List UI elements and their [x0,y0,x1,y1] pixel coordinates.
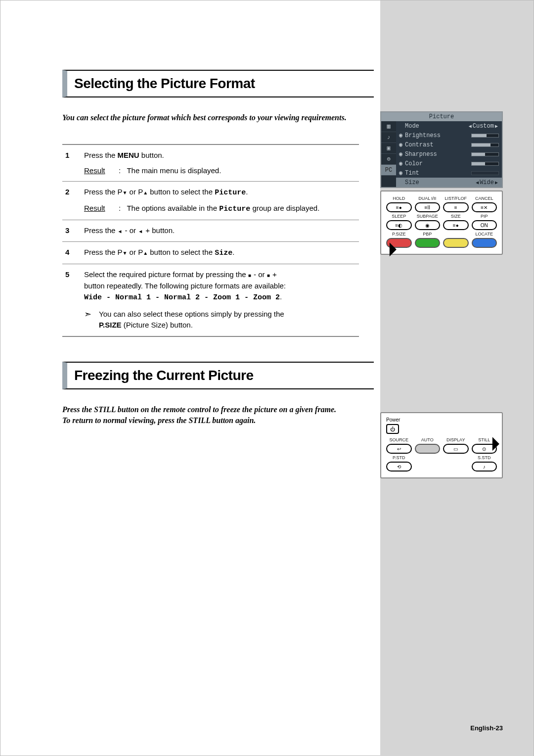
locate-button [472,238,497,248]
section2-intro: Press the STILL button on the remote con… [62,404,349,426]
power-label: Power [386,417,497,423]
osd-tab-icon: ♪ [381,132,396,143]
osd-tab-icon: ▣ [381,143,396,154]
osd-tab-icon: PC [381,165,396,176]
yellow-button [443,238,469,248]
step-number: 1 [62,150,84,176]
step-number: 4 [62,247,84,259]
step-number: 5 [62,269,84,331]
osd-row-contrast: ◉Contrast [396,140,502,149]
step-body: Press the MENU button. Result: The main … [84,150,359,176]
step-number: 2 [62,187,84,215]
plus-icon [267,270,270,279]
down-icon [123,248,128,256]
remote-button: ≡✕ [472,202,497,212]
pbp-button [415,238,441,248]
remote-button: ≡II [415,202,441,212]
down-icon [123,188,128,196]
section-title-1: Selecting the Picture Format [62,70,374,97]
osd-row-mode: Mode ◀Custom▶ [396,121,502,131]
vol-minus-icon [118,226,123,235]
osd-title: Picture [381,112,502,121]
step-number: 3 [62,225,84,236]
step-body: Press the P or P button to select the Si… [84,247,359,259]
display-button: ▭ [443,444,469,454]
step-4: 4 Press the P or P button to select the … [62,242,359,265]
remote-button: ≡◐ [386,220,412,230]
remote-button: ≡ [443,202,469,212]
section1-steps: 1 Press the MENU button. Result: The mai… [62,144,359,337]
section1-intro: You can select the picture format which … [62,112,349,123]
osd-row-tint: ◉Tint [396,168,502,178]
source-button: ↩ [386,444,412,454]
title-text: Selecting the Picture Format [74,76,367,92]
note: ➣ You can also select these options simp… [84,309,359,331]
auto-button [415,444,441,454]
osd-menu: Picture ▦ ♪ ▣ ⚙ PC Mode ◀Custom▶ ◉Bright… [380,111,503,188]
remote-section-2: Power ⏻ SOURCE AUTO DISPLAY STILL ↩ ▭ ⊙ … [380,412,503,478]
sstd-button: ♪ [472,462,497,472]
result-label: Result [84,203,119,214]
osd-row-brightness: ◉Brightness [396,131,502,140]
section-title-2: Freezing the Current Picture [62,362,374,389]
step-1: 1 Press the MENU button. Result: The mai… [62,145,359,182]
osd-row-size: Size ◀Wide▶ [396,178,502,187]
step-body: Press the - or + button. [84,225,359,236]
title-text: Freezing the Current Picture [74,368,367,383]
remote-button: ◉ [415,220,441,230]
remote-button: ≡● [386,202,412,212]
osd-options: Mode ◀Custom▶ ◉Brightness ◉Contrast ◉Sha… [396,121,502,187]
remote-button: ON [472,220,497,230]
note-icon: ➣ [84,309,99,319]
osd-row-sharpness: ◉Sharpness [396,149,502,159]
power-button: ⏻ [386,424,399,434]
step-2: 2 Press the P or P button to select the … [62,182,359,220]
remote-section-1: HOLD DUAL I/II LIST/FLOF CANCEL ≡● ≡II ≡… [380,190,503,255]
vol-plus-icon [138,226,143,235]
page-number: English-23 [470,724,503,732]
remote-button: ≡● [443,220,469,230]
osd-tab-icon: ⚙ [381,154,396,165]
step-body: Select the required picture format by pr… [84,269,359,331]
minus-icon [248,270,252,279]
result-label: Result [84,165,119,177]
osd-row-color: ◉Color [396,159,502,168]
pstd-button: ⟲ [386,462,412,472]
up-icon [143,188,148,196]
osd-tabs: ▦ ♪ ▣ ⚙ PC [381,121,396,187]
up-icon [143,248,148,256]
step-body: Press the P or P button to select the Pi… [84,187,359,215]
osd-tab-icon: ▦ [381,121,396,132]
step-5: 5 Select the required picture format by … [62,264,359,337]
step-3: 3 Press the - or + button. [62,220,359,242]
